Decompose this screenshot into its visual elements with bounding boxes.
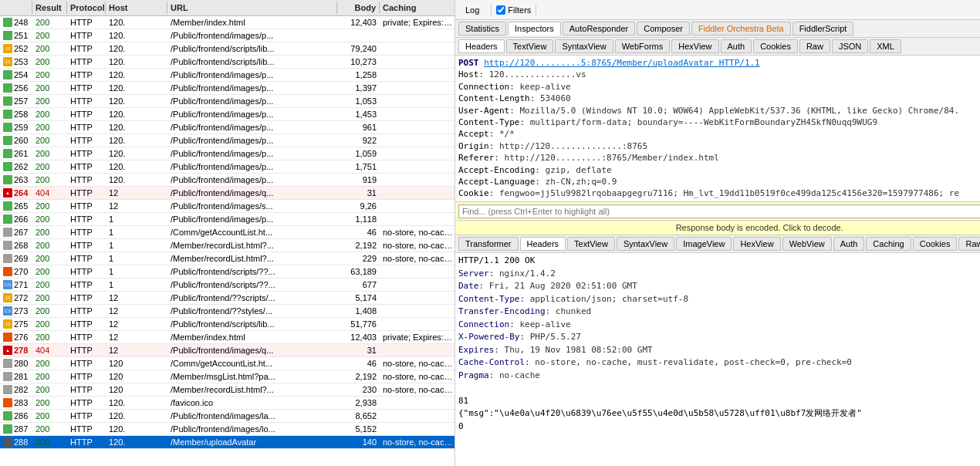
table-row[interactable]: 254 200 HTTP 120. /Public/frontend/image… bbox=[0, 69, 455, 82]
row-icon: ▲ bbox=[3, 346, 12, 355]
table-row[interactable]: 286 200 HTTP 120. /Public/frontend/image… bbox=[0, 410, 455, 423]
table-row[interactable]: CS 271 200 HTTP 1 /Public/frontend/scrip… bbox=[0, 279, 455, 292]
resp-tab-textview[interactable]: TextView bbox=[567, 237, 615, 251]
table-row[interactable]: 262 200 HTTP 120. /Public/frontend/image… bbox=[0, 160, 455, 174]
table-row[interactable]: 268 200 HTTP 1 /Member/recordList.html?.… bbox=[0, 239, 455, 252]
table-row[interactable]: 259 200 HTTP 120. /Public/frontend/image… bbox=[0, 121, 455, 134]
req-tab-json[interactable]: JSON bbox=[832, 39, 868, 53]
row-icon bbox=[3, 83, 12, 93]
cell-result: 200 bbox=[32, 306, 67, 316]
cell-num: 267 bbox=[0, 227, 32, 238]
cell-id: 263 bbox=[14, 175, 28, 184]
cell-body: 1,397 bbox=[337, 83, 380, 93]
table-row[interactable]: ▲ 278 404 HTTP 12 /Public/frontend/image… bbox=[0, 344, 455, 357]
req-tab-syntaxview[interactable]: SyntaxView bbox=[555, 39, 613, 53]
resp-tab-cookies[interactable]: Cookies bbox=[913, 237, 958, 251]
resp-tab-auth[interactable]: Auth bbox=[833, 237, 865, 251]
cell-protocol: HTTP bbox=[67, 384, 106, 395]
table-row[interactable]: 256 200 HTTP 120. /Public/frontend/image… bbox=[0, 82, 455, 95]
request-body[interactable]: POST http://120.........5:8765/Member/up… bbox=[455, 56, 980, 202]
table-row[interactable]: JS 252 200 HTTP 120. /Public/frontend/sc… bbox=[0, 42, 455, 56]
cell-result: 200 bbox=[32, 174, 67, 185]
table-row[interactable]: 261 200 HTTP 120. /Public/frontend/image… bbox=[0, 147, 455, 160]
table-row[interactable]: 258 200 HTTP 120. /Public/frontend/image… bbox=[0, 108, 455, 121]
row-icon: JS bbox=[3, 57, 12, 66]
cell-host: 120. bbox=[106, 161, 167, 172]
table-row[interactable]: 257 200 HTTP 120. /Public/frontend/image… bbox=[0, 95, 455, 108]
resp-tab-syntaxview[interactable]: SyntaxView bbox=[617, 237, 674, 251]
tab-inspectors[interactable]: Inspectors bbox=[508, 22, 561, 35]
table-row[interactable]: 267 200 HTTP 1 /Comm/getAccountList.ht..… bbox=[0, 226, 455, 239]
cell-caching bbox=[380, 179, 455, 181]
table-row[interactable]: 260 200 HTTP 120. /Public/frontend/image… bbox=[0, 134, 455, 147]
col-header-result: Result bbox=[32, 2, 67, 14]
cell-num: 258 bbox=[0, 109, 32, 120]
response-body[interactable]: HTTP/1.1 200 OKServer: nginx/1.4.2Date: … bbox=[455, 253, 980, 466]
col-header-protocol: Protocol bbox=[67, 2, 106, 14]
cell-body: 5,152 bbox=[337, 424, 380, 434]
table-row[interactable]: 281 200 HTTP 120 /Member/msgList.html?pa… bbox=[0, 370, 455, 383]
table-row[interactable]: JS 275 200 HTTP 12 /Public/frontend/scri… bbox=[0, 318, 455, 331]
req-tab-webforms[interactable]: WebForms bbox=[615, 39, 671, 53]
cell-result: 200 bbox=[32, 253, 67, 264]
table-row[interactable]: 288 200 HTTP 120. /Member/uploadAvatar 1… bbox=[0, 436, 455, 449]
cell-host: 12 bbox=[106, 345, 167, 356]
table-row[interactable]: 263 200 HTTP 120. /Public/frontend/image… bbox=[0, 174, 455, 187]
tab-statistics[interactable]: Statistics bbox=[458, 22, 506, 35]
cell-url: /Member/recordList.html?... bbox=[167, 253, 337, 264]
req-tab-headers[interactable]: Headers bbox=[458, 39, 505, 53]
req-tab-raw[interactable]: Raw bbox=[799, 39, 830, 53]
cell-result: 200 bbox=[32, 122, 67, 133]
cell-protocol: HTTP bbox=[67, 83, 106, 93]
cell-host: 12 bbox=[106, 306, 167, 316]
table-row[interactable]: JS 272 200 HTTP 12 /Public/frontend/??sc… bbox=[0, 292, 455, 305]
table-row[interactable]: CS 273 200 HTTP 12 /Public/frontend/??st… bbox=[0, 305, 455, 318]
tab-log[interactable]: Log bbox=[458, 3, 486, 17]
tab-composer[interactable]: Composer bbox=[637, 22, 690, 35]
cell-protocol: HTTP bbox=[67, 174, 106, 185]
cell-result: 200 bbox=[32, 227, 67, 238]
filters-checkbox-item[interactable]: Filters bbox=[496, 5, 531, 15]
table-row[interactable]: 266 200 HTTP 1 /Public/frontend/images/p… bbox=[0, 213, 455, 226]
req-tab-hexview[interactable]: HexView bbox=[671, 39, 718, 53]
resp-tab-caching[interactable]: Caching bbox=[866, 237, 911, 251]
table-row[interactable]: 282 200 HTTP 120 /Member/recordList.html… bbox=[0, 383, 455, 397]
find-input[interactable] bbox=[458, 204, 980, 218]
table-row[interactable]: 270 200 HTTP 1 /Public/frontend/scripts/… bbox=[0, 265, 455, 279]
request-list-body[interactable]: 248 200 HTTP 120. /Member/index.html 12,… bbox=[0, 16, 455, 466]
filters-checkbox[interactable] bbox=[496, 5, 505, 15]
row-icon bbox=[3, 411, 12, 420]
cell-protocol: HTTP bbox=[67, 161, 106, 172]
cell-url: /Member/msgList.html?pa... bbox=[167, 371, 337, 382]
col-header-host: Host bbox=[106, 2, 167, 14]
tab-autoresponder[interactable]: AutoResponder bbox=[563, 22, 635, 35]
resp-tab-imageview[interactable]: ImageView bbox=[676, 237, 732, 251]
resp-tab-raw[interactable]: Raw bbox=[958, 237, 980, 251]
table-row[interactable]: ▲ 264 404 HTTP 12 /Public/frontend/image… bbox=[0, 187, 455, 200]
tab-fiddlerscript[interactable]: FiddlerScript bbox=[792, 22, 854, 35]
table-row[interactable]: JS 253 200 HTTP 120. /Public/frontend/sc… bbox=[0, 56, 455, 69]
cell-host: 120. bbox=[106, 122, 167, 133]
req-tab-cookies[interactable]: Cookies bbox=[753, 39, 798, 53]
req-tab-textview[interactable]: TextView bbox=[506, 39, 554, 53]
table-row[interactable]: 265 200 HTTP 12 /Public/frontend/images/… bbox=[0, 200, 455, 213]
cell-body: 961 bbox=[337, 122, 380, 133]
cell-result: 200 bbox=[32, 83, 67, 93]
table-row[interactable]: 276 200 HTTP 12 /Member/index.html 12,40… bbox=[0, 331, 455, 344]
cell-protocol: HTTP bbox=[67, 148, 106, 159]
resp-tab-transformer[interactable]: Transformer bbox=[458, 237, 519, 251]
table-row[interactable]: 287 200 HTTP 120. /Public/frontend/image… bbox=[0, 423, 455, 436]
req-tab-auth[interactable]: Auth bbox=[721, 39, 752, 53]
resp-tab-hexview[interactable]: HexView bbox=[733, 237, 780, 251]
table-row[interactable]: 248 200 HTTP 120. /Member/index.html 12,… bbox=[0, 16, 455, 29]
table-row[interactable]: 283 200 HTTP 120. /favicon.ico 2,938 bbox=[0, 397, 455, 410]
resp-tab-webview[interactable]: WebView bbox=[782, 237, 832, 251]
cell-host: 12 bbox=[106, 332, 167, 343]
table-row[interactable]: 269 200 HTTP 1 /Member/recordList.html?.… bbox=[0, 252, 455, 265]
table-row[interactable]: 251 200 HTTP 120. /Public/frontend/image… bbox=[0, 29, 455, 42]
table-row[interactable]: 280 200 HTTP 120 /Comm/getAccountList.ht… bbox=[0, 357, 455, 370]
response-notice[interactable]: Response body is encoded. Click to decod… bbox=[455, 221, 980, 235]
tab-fiddler-orchestra[interactable]: Fiddler Orchestra Beta bbox=[691, 22, 791, 35]
resp-tab-headers[interactable]: Headers bbox=[520, 237, 566, 251]
req-tab-xml[interactable]: XML bbox=[870, 39, 901, 53]
